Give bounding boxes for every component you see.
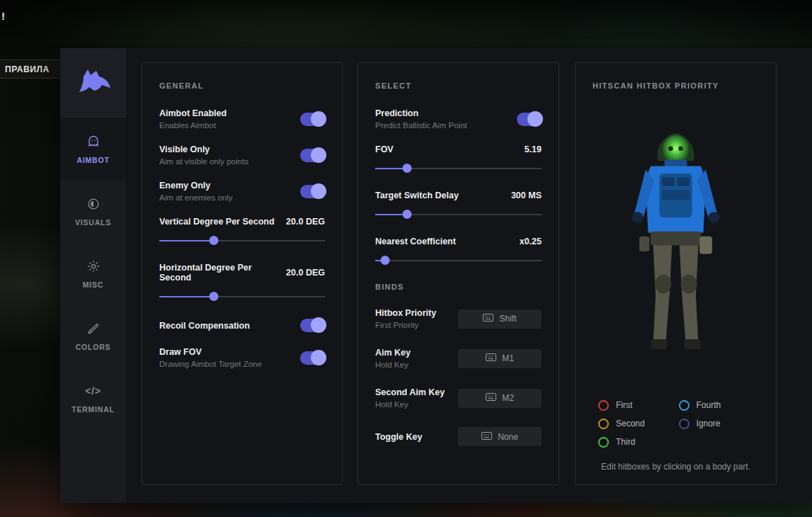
select-panel: SELECT Prediction Predict Ballistic Aim … [358,62,559,485]
sidebar-item-colors[interactable]: COLORS [60,305,126,367]
section-header-select: SELECT [375,81,542,90]
target-switch-delay-slider[interactable] [375,210,542,219]
sidebar-item-misc[interactable]: MISC [60,242,126,305]
toggle-key-keybind-button[interactable]: None [458,427,542,446]
slider-fill [159,240,214,242]
slider-row-target-switch-delay: Target Switch Delay 300 MS [375,191,542,219]
nearest-coefficient-slider[interactable] [375,256,542,265]
eye-icon [86,196,101,212]
sidebar: AIMBOT VISUALS MISC [60,48,126,503]
enemy-only-toggle[interactable] [300,185,325,198]
slider-value: x0.25 [520,237,542,246]
keyboard-icon [483,314,493,324]
slider-value: 20.0 DEG [286,268,325,278]
toggle-knob[interactable] [311,183,326,199]
hitbox-priority-keybind-button[interactable]: Shift [458,309,542,329]
setting-subtitle: Enables Aimbot [159,121,227,130]
slider-knob[interactable] [402,210,411,219]
setting-title: Hitbox Priority [375,308,436,318]
legend-label: First [616,400,632,410]
toggle-knob[interactable] [311,317,326,333]
section-header-hitbox: HITSCAN HITBOX PRIORITY [593,81,759,90]
slider-value: 300 MS [511,191,542,200]
logo-block [60,48,126,118]
keyboard-icon [481,432,492,442]
toggle-knob[interactable] [311,350,326,365]
rules-button[interactable]: ПРАВИЛА [0,59,62,79]
draw-fov-toggle[interactable] [300,351,325,365]
setting-title: Enemy Only [159,181,233,191]
cheat-menu-window: AIMBOT VISUALS MISC [60,48,812,503]
wolf-logo-icon [75,68,112,98]
section-header-binds: BINDS [375,283,542,291]
visible-only-toggle[interactable] [300,149,325,162]
legend-label: Second [616,419,645,428]
slider-row-horizontal-dps: Horizontal Degree Per Second 20.0 DEG [159,263,325,301]
hitbox-priority-legend: First Second Third Fourth Ignore [598,396,759,451]
slider-row-vertical-dps: Vertical Degree Per Second 20.0 DEG [159,217,325,245]
setting-title: Toggle Key [375,432,422,442]
fov-slider[interactable] [375,164,542,173]
aim-key-keybind-button[interactable]: M1 [458,349,542,368]
toggle-row-recoil-compensation: Recoil Compensation [159,319,325,332]
sidebar-item-aimbot[interactable]: AIMBOT [60,118,126,180]
setting-title: Second Aim Key [375,387,445,397]
slider-knob[interactable] [402,164,411,173]
setting-title: FOV [375,144,394,154]
slider-track[interactable] [375,260,542,261]
setting-title: Prediction [375,108,467,118]
recoil-compensation-toggle[interactable] [300,319,325,332]
slider-knob[interactable] [381,256,390,265]
third-priority-ring-icon [598,437,609,448]
legend-item-ignore: Ignore [679,414,760,433]
slider-value: 5.19 [525,144,542,154]
section-header-general: GENERAL [159,81,325,90]
setting-subtitle: First Priority [375,321,436,329]
keyboard-icon [486,353,496,363]
legend-item-first: First [598,396,679,414]
second-aim-key-keybind-button[interactable]: M2 [458,389,542,408]
toggle-knob[interactable] [311,147,326,163]
setting-subtitle: Predict Ballistic Aim Point [375,121,467,130]
slider-knob[interactable] [210,292,219,301]
slider-row-nearest-coefficient: Nearest Coefficient x0.25 [375,237,542,265]
second-priority-ring-icon [598,419,609,429]
setting-subtitle: Aim at visible only points [159,157,248,166]
setting-title: Draw FOV [159,347,262,357]
sidebar-item-label: MISC [83,280,103,289]
keyboard-icon [486,393,496,403]
hitbox-panel: HITSCAN HITBOX PRIORITY [575,62,777,485]
bind-row-aim-key: Aim Key Hold Key M1 [375,348,542,369]
keybind-label: None [498,432,518,442]
legend-item-fourth: Fourth [679,396,760,414]
ghost-icon [86,134,101,149]
slider-row-fov: FOV 5.19 [375,144,542,173]
sidebar-item-label: AIMBOT [76,156,109,164]
vertical-dps-slider[interactable] [159,236,325,245]
sidebar-item-visuals[interactable]: VISUALS [60,180,126,242]
toggle-knob[interactable] [527,111,543,127]
sidebar-item-label: COLORS [76,343,111,351]
sidebar-item-terminal[interactable]: </> TERMINAL [60,367,126,429]
sidebar-item-label: TERMINAL [72,405,115,414]
aimbot-enabled-toggle[interactable] [300,113,325,126]
setting-title: Aimbot Enabled [159,108,227,118]
horizontal-dps-slider[interactable] [159,292,325,301]
setting-subtitle: Hold Key [375,360,411,369]
prediction-toggle[interactable] [517,113,542,126]
sidebar-item-label: VISUALS [75,218,111,227]
notification-text: ! [1,10,5,22]
hitbox-character-model[interactable] [593,108,759,394]
setting-title: Recoil Compensation [159,321,250,331]
toggle-knob[interactable] [311,111,326,127]
general-panel: GENERAL Aimbot Enabled Enables Aimbot Vi… [142,62,343,485]
keybind-label: M1 [502,353,514,363]
gear-icon [86,258,101,274]
fourth-priority-ring-icon [679,400,690,411]
setting-title: Visible Only [159,144,248,154]
slider-value: 20.0 DEG [286,217,325,227]
slider-knob[interactable] [210,236,219,245]
setting-subtitle: Drawing Aimbot Target Zone [159,360,262,368]
hitbox-help-text: Edit hitboxes by clicking on a body part… [593,462,759,472]
legend-label: Fourth [697,400,721,410]
